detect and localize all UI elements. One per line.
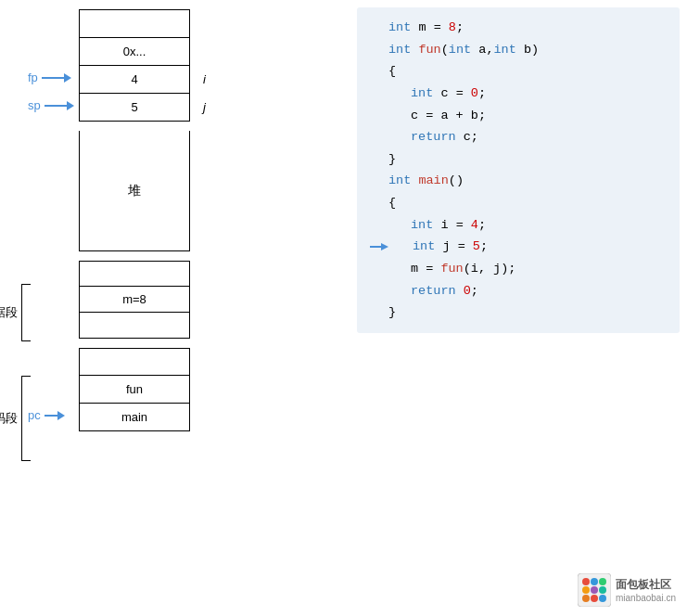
num-ret-0: 0 [464, 284, 471, 298]
eq-1: = [434, 17, 441, 39]
var-j: j [442, 239, 450, 253]
cell-5-value: 5 [131, 100, 137, 114]
stack-empty-top [28, 10, 241, 38]
brace-open-1: { [388, 60, 396, 83]
kw-int-3: int [449, 39, 471, 61]
fp-text: fp [28, 71, 38, 84]
sp-text: sp [28, 98, 41, 112]
pc-main-row: pc main [79, 404, 190, 431]
code-line-13: return 0; [370, 280, 667, 302]
stack-fp-row: fp 4 i [28, 66, 241, 94]
gap1 [28, 122, 241, 131]
var-c-return: c [464, 130, 471, 144]
data-value-text: m=8 [122, 292, 146, 306]
paren-1: ( [441, 39, 449, 61]
indent-13: return 0; [411, 280, 478, 302]
pc-arrow-head [57, 411, 65, 420]
cell-4-label: i [203, 72, 206, 86]
svg-point-4 [591, 578, 598, 585]
var-a: a [478, 39, 486, 61]
fp-arrow-line [42, 77, 66, 79]
svg-point-9 [582, 595, 590, 602]
svg-point-10 [591, 595, 598, 602]
indent-4: int c = 0; [411, 83, 486, 105]
arrow-indicator-11 [370, 240, 388, 253]
svg-point-8 [599, 586, 606, 594]
code-line-9: { [370, 192, 667, 214]
gap3 [28, 339, 241, 348]
svg-point-3 [582, 578, 590, 585]
fn-fun: fun [418, 39, 440, 61]
code-line-4: int c = 0; [370, 83, 667, 105]
stack-cell-0x: 0x... [79, 38, 190, 66]
data-cell-bottom [79, 313, 190, 339]
arrow-svg [370, 240, 388, 253]
indent-6: return c; [411, 126, 478, 148]
kw-int-i: int [411, 218, 433, 232]
code-segment-bracket: 代码段 [0, 376, 31, 461]
kw-int-j: int [413, 239, 435, 253]
watermark-url: mianbaobai.cn [616, 593, 676, 603]
code-line-3: { [370, 60, 667, 83]
stack-0x-row: 0x... [28, 38, 241, 66]
watermark: 面包板社区 mianbaobai.cn [578, 573, 676, 607]
data-segment-label: 数据段 [0, 304, 18, 321]
num-4: 4 [471, 218, 478, 232]
kw-return-2: return [411, 284, 456, 298]
data-segment-wrapper: 数据段 m=8 [28, 261, 241, 339]
num-5: 5 [473, 239, 480, 253]
watermark-text-block: 面包板社区 mianbaobai.cn [616, 577, 676, 603]
kw-int-4: int [493, 39, 515, 61]
brace-open-2: { [388, 192, 396, 214]
gap2 [28, 251, 241, 261]
code-segment-label: 代码段 [0, 410, 18, 427]
heap-label: 堆 [128, 183, 141, 199]
code-line-6: return c; [370, 126, 667, 148]
data-segment-bracket: 数据段 [0, 284, 31, 341]
svg-point-5 [599, 578, 606, 585]
memory-diagram: 0x... fp 4 i sp 5 j 堆 [28, 9, 241, 431]
code-line-14: } [370, 302, 667, 324]
indent-11: int j = 5; [413, 236, 488, 258]
fp-label: fp [28, 71, 66, 84]
cell-5-label: j [203, 100, 206, 114]
stack-cell-empty [79, 10, 190, 38]
code-line-11: int j = 5; [370, 236, 667, 258]
fn-fun-call: fun [440, 262, 463, 276]
pc-text: pc [28, 408, 41, 422]
code-panel: int m = 8; int fun(int a,int b) { int c … [357, 7, 680, 333]
code-line-12: m = fun(i, j); [370, 258, 667, 280]
code-line-1: int m = 8; [370, 17, 667, 39]
kw-int-main: int [388, 170, 411, 192]
heap-cell: 堆 [79, 131, 190, 251]
kw-int-5: int [411, 86, 433, 100]
sp-arrow-head [67, 101, 74, 110]
code-line-8: int main() [370, 170, 667, 192]
code-cell-top [79, 348, 190, 376]
sp-arrow-line [45, 105, 69, 107]
svg-point-6 [582, 586, 590, 594]
data-bracket-brace [21, 284, 31, 341]
code-cells: fun pc main [79, 348, 190, 431]
pc-label: pc [28, 408, 59, 422]
indent-10: int i = 4; [411, 214, 486, 237]
indent-12: m = fun(i, j); [411, 258, 515, 280]
indent-5: c = a + b; [411, 105, 486, 127]
num-8: 8 [449, 17, 456, 39]
stack-cell-5: 5 j [79, 94, 190, 122]
fun-label: fun [126, 382, 143, 396]
semi-1: ; [456, 17, 464, 39]
var-i: i [440, 218, 448, 232]
cell-4-value: 4 [131, 72, 137, 86]
fn-main: main [418, 170, 448, 192]
svg-point-7 [591, 586, 598, 594]
code-line-7: } [370, 148, 667, 171]
code-cell-fun: fun [79, 376, 190, 404]
fp-arrow-head [64, 73, 71, 83]
var-m: m [418, 17, 426, 39]
kw-int-2: int [388, 39, 411, 61]
pc-arrow-line [45, 415, 59, 417]
watermark-cn-text: 面包板社区 [616, 577, 676, 593]
main-label: main [121, 410, 147, 424]
stack-sp-row: sp 5 j [28, 94, 241, 122]
